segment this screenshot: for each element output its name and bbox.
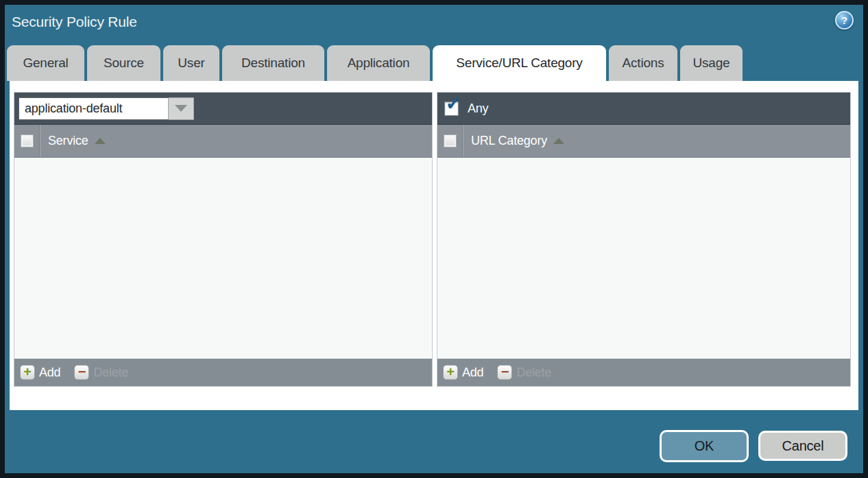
url-category-add-button[interactable]: + Add	[443, 365, 483, 380]
chevron-down-icon	[175, 105, 187, 112]
service-type-dropdown-button[interactable]	[169, 97, 194, 120]
tab-bar: General Source User Destination Applicat…	[7, 45, 745, 81]
service-column-label: Service	[48, 134, 88, 148]
tab-actions[interactable]: Actions	[609, 45, 677, 81]
any-label: Any	[468, 101, 488, 116]
help-icon[interactable]: ?	[835, 11, 854, 29]
any-row: ✓ Any	[437, 101, 488, 116]
service-column-header[interactable]: Service	[40, 125, 106, 157]
service-select-all-checkbox[interactable]	[21, 134, 34, 147]
tab-general[interactable]: General	[7, 45, 84, 81]
url-category-panel-toolbar: ✓ Any	[437, 93, 850, 125]
url-category-column-header[interactable]: URL Category	[463, 125, 564, 157]
url-category-select-all-checkbox[interactable]	[444, 134, 457, 147]
service-table-header: Service	[14, 125, 432, 158]
security-policy-rule-dialog: Security Policy Rule ? General Source Us…	[0, 0, 868, 478]
plus-icon: +	[23, 365, 31, 379]
dialog-title: Security Policy Rule	[12, 14, 137, 30]
sort-ascending-icon	[553, 138, 564, 144]
tab-source[interactable]: Source	[87, 45, 160, 81]
url-category-select-all-cell	[437, 125, 463, 157]
ok-button[interactable]: OK	[660, 430, 749, 462]
minus-icon: −	[501, 365, 509, 379]
minus-icon: −	[78, 365, 86, 379]
service-panel-toolbar	[14, 93, 432, 125]
service-type-input[interactable]	[19, 97, 169, 120]
service-type-combo	[19, 97, 194, 120]
tab-usage[interactable]: Usage	[680, 45, 743, 81]
service-delete-button[interactable]: − Delete	[74, 365, 128, 380]
plus-icon: +	[446, 365, 454, 379]
checkmark-icon: ✓	[446, 95, 461, 113]
service-panel: Service + Add − Delete	[14, 92, 433, 387]
url-category-panel: ✓ Any URL Category + Add − Delete	[437, 92, 851, 387]
service-table-body	[14, 158, 432, 359]
tab-application[interactable]: Application	[327, 45, 430, 81]
url-category-panel-footer: + Add − Delete	[437, 359, 850, 386]
url-category-table-body	[437, 158, 850, 359]
help-icon-glyph: ?	[841, 14, 847, 26]
sort-ascending-icon	[95, 138, 106, 144]
service-add-button[interactable]: + Add	[20, 365, 60, 380]
tab-destination[interactable]: Destination	[222, 45, 324, 81]
url-category-column-label: URL Category	[471, 134, 547, 148]
tab-user[interactable]: User	[163, 45, 219, 81]
url-category-table-header: URL Category	[437, 125, 850, 158]
url-category-delete-button[interactable]: − Delete	[497, 365, 551, 380]
any-checkbox[interactable]: ✓	[444, 101, 459, 116]
tab-service-url-category[interactable]: Service/URL Category	[433, 45, 606, 81]
service-select-all-cell	[14, 125, 40, 157]
cancel-button[interactable]: Cancel	[758, 431, 847, 461]
service-panel-footer: + Add − Delete	[14, 359, 432, 386]
